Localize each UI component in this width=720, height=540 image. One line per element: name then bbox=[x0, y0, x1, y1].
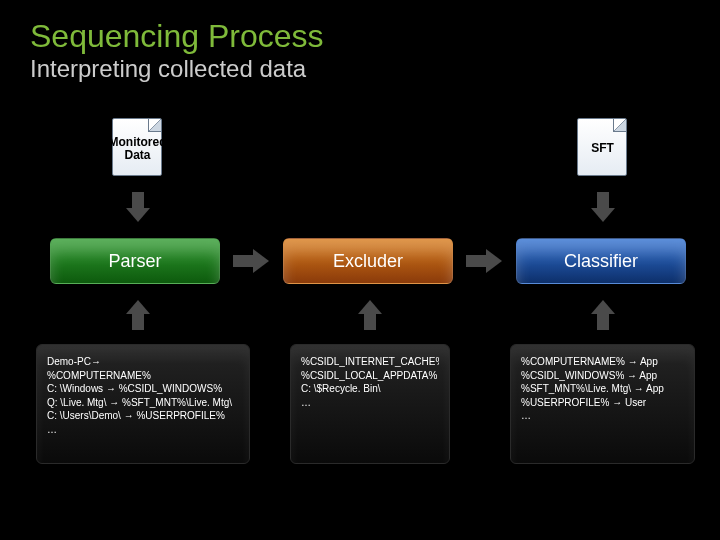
parser-line: %COMPUTERNAME% bbox=[47, 369, 239, 383]
arrow-excluder-to-classifier bbox=[466, 249, 502, 273]
monitored-label-line1: Monitored bbox=[109, 135, 167, 149]
arrow-parser-to-excluder bbox=[233, 249, 269, 273]
arrow-excluder-content-up bbox=[358, 300, 382, 330]
excluder-line: %CSIDL_INTERNET_CACHE% bbox=[301, 355, 439, 369]
excluder-content-box: %CSIDL_INTERNET_CACHE% %CSIDL_LOCAL_APPD… bbox=[290, 344, 450, 464]
parser-line: Q: \Live. Mtg\ → %SFT_MNT%\Live. Mtg\ bbox=[47, 396, 239, 410]
classifier-line: %USERPROFILE% → User bbox=[521, 396, 684, 410]
arrow-parser-content-up bbox=[126, 300, 150, 330]
classifier-line: %SFT_MNT%\Live. Mtg\ → App bbox=[521, 382, 684, 396]
arrow-sft-to-classifier bbox=[591, 192, 615, 222]
classifier-line: %COMPUTERNAME% → App bbox=[521, 355, 684, 369]
monitored-data-label: Monitored Data bbox=[80, 136, 195, 162]
arrow-monitored-to-parser bbox=[126, 192, 150, 222]
parser-line: C: \Windows → %CSIDL_WINDOWS% bbox=[47, 382, 239, 396]
arrow-classifier-content-up bbox=[591, 300, 615, 330]
excluder-line: C: \$Recycle. Bin\ bbox=[301, 382, 439, 396]
parser-box: Parser bbox=[50, 238, 220, 284]
classifier-content-box: %COMPUTERNAME% → App %CSIDL_WINDOWS% → A… bbox=[510, 344, 695, 464]
classifier-box: Classifier bbox=[516, 238, 686, 284]
parser-line: C: \Users\Demo\ → %USERPROFILE% bbox=[47, 409, 239, 423]
classifier-line: %CSIDL_WINDOWS% → App bbox=[521, 369, 684, 383]
parser-content-box: Demo-PC→ %COMPUTERNAME% C: \Windows → %C… bbox=[36, 344, 250, 464]
excluder-box: Excluder bbox=[283, 238, 453, 284]
parser-line: Demo-PC→ bbox=[47, 355, 239, 369]
monitored-label-line2: Data bbox=[124, 148, 150, 162]
excluder-line: … bbox=[301, 396, 439, 410]
slide-subtitle: Interpreting collected data bbox=[0, 55, 720, 83]
slide-title: Sequencing Process bbox=[0, 0, 720, 55]
sft-label: SFT bbox=[560, 142, 645, 155]
parser-line: … bbox=[47, 423, 239, 437]
classifier-line: … bbox=[521, 409, 684, 423]
excluder-line: %CSIDL_LOCAL_APPDATA% bbox=[301, 369, 439, 383]
